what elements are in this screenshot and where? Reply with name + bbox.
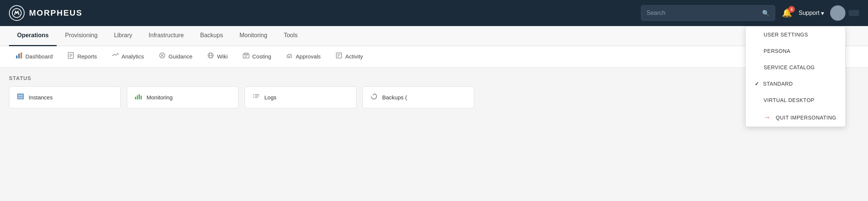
sub-nav-activity-label: Activity <box>345 53 363 60</box>
instances-icon <box>17 93 24 102</box>
sub-nav-wiki-label: Wiki <box>217 53 227 60</box>
dashboard-icon <box>16 52 22 61</box>
svg-point-8 <box>112 55 113 56</box>
dropdown-user-settings[interactable]: USER SETTINGS <box>746 26 845 43</box>
support-chevron-icon: ▾ <box>821 10 824 17</box>
user-dropdown-menu: USER SETTINGS PERSONA SERVICE CATALOG ST… <box>745 26 846 108</box>
status-card-backups[interactable]: Backups ( <box>362 86 474 108</box>
sub-nav-dashboard[interactable]: Dashboard <box>9 46 59 68</box>
nav-item-library[interactable]: Library <box>106 26 141 46</box>
nav-item-tools[interactable]: Tools <box>276 26 306 46</box>
status-card-logs[interactable]: Logs <box>245 86 356 108</box>
sub-nav-activity[interactable]: Activity <box>329 46 370 68</box>
backups-icon <box>370 93 378 102</box>
nav-item-provisioning-label: Provisioning <box>65 32 97 39</box>
activity-icon <box>336 52 342 61</box>
reports-icon <box>67 52 74 61</box>
sub-nav-guidance[interactable]: Guidance <box>152 46 199 68</box>
search-box[interactable]: 🔍 <box>641 5 775 21</box>
costing-icon <box>243 52 249 61</box>
svg-rect-3 <box>21 52 22 58</box>
nav-item-backups-label: Backups <box>200 32 223 39</box>
status-card-instances[interactable]: Instances <box>9 86 121 108</box>
dropdown-standard[interactable]: STANDARD <box>746 76 845 92</box>
sub-nav-analytics-label: Analytics <box>122 53 144 60</box>
user-name-button[interactable] <box>849 10 859 16</box>
sub-nav-wiki[interactable]: Wiki <box>201 46 234 68</box>
svg-rect-29 <box>139 94 140 99</box>
nav-item-library-label: Library <box>114 32 132 39</box>
svg-rect-1 <box>16 55 18 58</box>
notification-badge: 4 <box>788 6 795 13</box>
monitoring-card-icon <box>135 93 142 102</box>
logo-area: MORPHEUS <box>9 5 82 21</box>
morpheus-logo-icon <box>9 5 25 21</box>
topbar: MORPHEUS 🔍 🔔 4 Support ▾ <box>0 0 868 26</box>
avatar <box>830 5 846 21</box>
nav-item-provisioning[interactable]: Provisioning <box>57 26 106 46</box>
sub-nav-reports-label: Reports <box>77 53 97 60</box>
nav-item-monitoring[interactable]: Monitoring <box>231 26 276 46</box>
svg-rect-27 <box>135 97 136 99</box>
sub-nav-approvals-label: Approvals <box>296 53 321 60</box>
support-button[interactable]: Support ▾ <box>799 10 824 17</box>
monitoring-card-label: Monitoring <box>147 94 173 100</box>
nav-item-operations-label: Operations <box>17 32 48 39</box>
logo-text: MORPHEUS <box>29 8 82 18</box>
service-catalog-label: SERVICE CATALOG <box>764 64 815 70</box>
dropdown-virtual-desktop[interactable]: VIRTUAL DESKTOP <box>746 92 845 108</box>
persona-label: PERSONA <box>764 48 790 54</box>
guidance-icon <box>159 52 166 61</box>
nav-item-infrastructure-label: Infrastructure <box>149 32 184 39</box>
svg-rect-28 <box>137 95 138 99</box>
sub-nav-guidance-label: Guidance <box>169 53 192 60</box>
sub-nav-reports[interactable]: Reports <box>61 46 104 68</box>
backups-label: Backups ( <box>382 94 407 100</box>
sub-nav-analytics[interactable]: Analytics <box>105 46 151 68</box>
standard-label: STANDARD <box>763 81 793 87</box>
nav-item-backups[interactable]: Backups <box>192 26 231 46</box>
status-cards: Instances Monitoring <box>9 86 859 108</box>
dropdown-service-catalog[interactable]: SERVICE CATALOG <box>746 59 845 76</box>
status-title: STATUS <box>9 75 859 81</box>
nav-item-tools-label: Tools <box>284 32 298 39</box>
search-input[interactable] <box>647 10 758 16</box>
svg-rect-2 <box>18 54 20 58</box>
status-section: STATUS Instances M <box>0 68 868 108</box>
nav-item-infrastructure[interactable]: Infrastructure <box>141 26 192 46</box>
sub-nav-costing-label: Costing <box>252 53 271 60</box>
notifications-button[interactable]: 🔔 4 <box>782 8 792 18</box>
nav-item-monitoring-label: Monitoring <box>239 32 267 39</box>
analytics-icon <box>112 52 119 61</box>
svg-rect-30 <box>141 96 142 99</box>
logs-label: Logs <box>264 94 277 100</box>
sub-nav-dashboard-label: Dashboard <box>25 53 53 60</box>
instances-label: Instances <box>29 94 53 100</box>
nav-item-operations[interactable]: Operations <box>9 26 57 46</box>
secondary-nav: Operations Provisioning Library Infrastr… <box>0 26 868 46</box>
dropdown-persona[interactable]: PERSONA <box>746 43 845 59</box>
search-icon: 🔍 <box>762 10 770 17</box>
user-settings-label: USER SETTINGS <box>764 32 808 38</box>
wiki-icon <box>207 52 214 61</box>
sub-nav-costing[interactable]: Costing <box>236 46 278 68</box>
status-card-monitoring[interactable]: Monitoring <box>127 86 239 108</box>
support-label: Support <box>799 10 820 16</box>
logs-icon <box>252 93 260 102</box>
virtual-desktop-label: VIRTUAL DESKTOP <box>764 97 814 103</box>
approvals-icon <box>286 52 293 61</box>
sub-nav-approvals[interactable]: Approvals <box>279 46 327 68</box>
sub-nav: Dashboard Reports Analytics <box>0 46 868 68</box>
